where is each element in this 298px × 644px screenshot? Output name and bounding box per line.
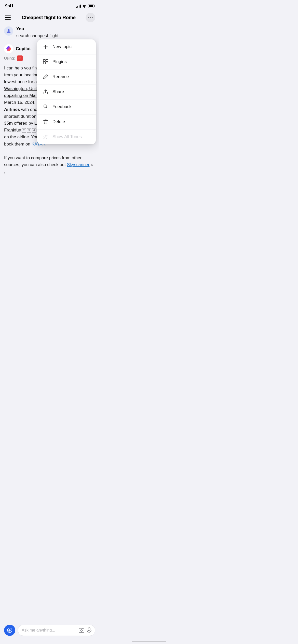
menu-item-show-all-tones: Show All Tones xyxy=(37,129,96,144)
menu-item-feedback[interactable]: Feedback xyxy=(37,99,96,114)
menu-label-plugins: Plugins xyxy=(52,59,67,64)
menu-item-plugins[interactable]: Plugins xyxy=(37,54,96,69)
plus-icon xyxy=(42,43,49,50)
pencil-icon xyxy=(42,74,49,80)
dropdown-overlay[interactable]: New topic Plugins Rename xyxy=(0,0,99,215)
svg-rect-3 xyxy=(46,60,48,62)
menu-label-share: Share xyxy=(52,89,64,94)
trash-icon xyxy=(42,119,49,125)
svg-rect-4 xyxy=(43,62,45,64)
share-icon xyxy=(42,89,49,95)
svg-rect-2 xyxy=(43,60,45,62)
menu-item-rename[interactable]: Rename xyxy=(37,69,96,84)
svg-rect-5 xyxy=(46,62,48,64)
menu-label-show-all-tones: Show All Tones xyxy=(52,134,82,139)
plugins-icon xyxy=(42,58,49,65)
feedback-icon xyxy=(42,104,49,110)
menu-item-new-topic[interactable]: New topic xyxy=(37,39,96,54)
wand-icon xyxy=(42,134,49,140)
menu-item-delete[interactable]: Delete xyxy=(37,114,96,129)
svg-point-7 xyxy=(44,105,46,107)
context-menu: New topic Plugins Rename xyxy=(37,39,96,144)
menu-label-new-topic: New topic xyxy=(52,44,72,49)
menu-item-share[interactable]: Share xyxy=(37,84,96,99)
menu-label-rename: Rename xyxy=(52,74,69,79)
menu-label-feedback: Feedback xyxy=(52,104,72,109)
menu-label-delete: Delete xyxy=(52,119,65,124)
